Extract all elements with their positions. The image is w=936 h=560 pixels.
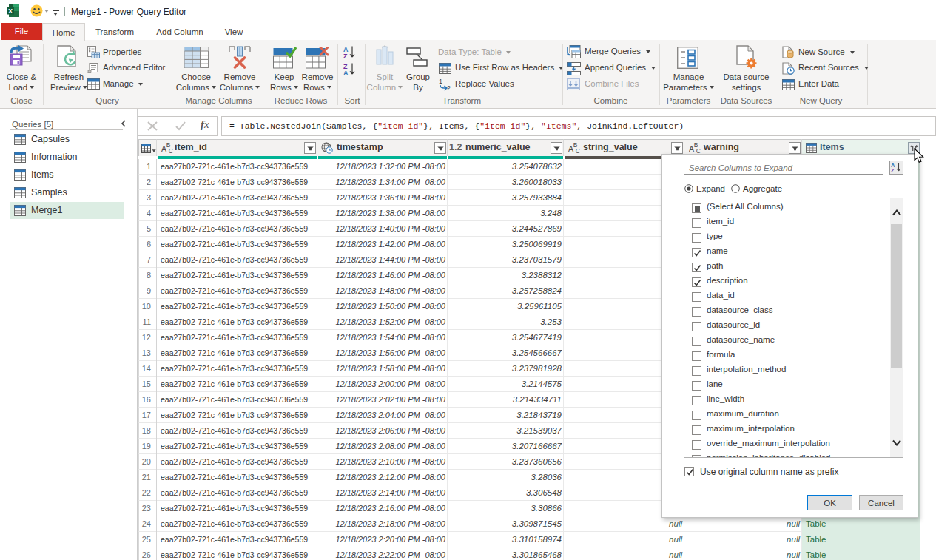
svg-text:C: C [169,147,173,154]
svg-text:X: X [8,7,13,15]
svg-text:C: C [576,147,580,154]
svg-text:Z: Z [343,53,348,60]
svg-text:A: A [343,70,349,76]
svg-text:1: 1 [439,78,442,85]
svg-text:Z: Z [891,167,895,173]
svg-text:C: C [696,147,701,154]
